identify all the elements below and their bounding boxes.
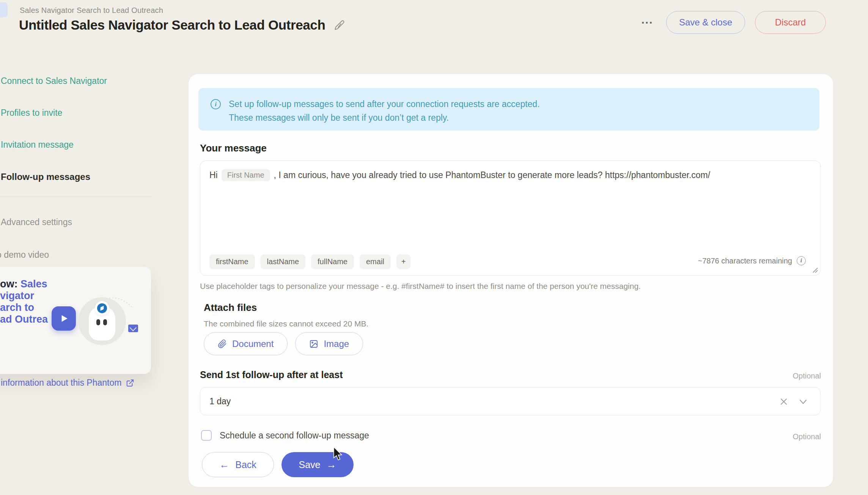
placeholder-tags-row: firstName lastName fullName email + [209, 254, 410, 269]
optional-badge: Optional [793, 372, 821, 380]
document-button-label: Document [232, 339, 274, 349]
ghost-eye [96, 319, 100, 325]
demo-video-card[interactable]: ow: Sales vigator arch to ad Outrea [0, 267, 151, 374]
followup-delay-select[interactable]: 1 day [200, 387, 821, 415]
discard-button[interactable]: Discard [755, 11, 826, 34]
video-card-title: ow: Sales vigator arch to ad Outrea [0, 278, 48, 325]
characters-info-icon[interactable]: i [797, 256, 806, 265]
attach-image-button[interactable]: Image [295, 332, 363, 355]
banner-line-2: These messages will only be sent if you … [229, 111, 540, 125]
play-icon [59, 314, 69, 323]
demo-video-label: o demo video [0, 250, 49, 260]
followup-delay-value: 1 day [209, 396, 231, 407]
page-title-row: Untitled Sales Navigator Search to Lead … [19, 17, 345, 33]
video-title-line: vigator [0, 290, 48, 302]
banner-line-1: Set up follow-up messages to send after … [229, 97, 540, 111]
video-title-line: ad Outrea [0, 314, 48, 325]
followup-settings-panel: i Set up follow-up messages to send afte… [189, 74, 833, 487]
characters-remaining: ~7876 characters remaining i [698, 256, 806, 265]
add-tag-button[interactable]: + [396, 254, 411, 269]
tag-email[interactable]: email [360, 254, 391, 269]
attach-files-note: The combined file sizes cannot exceed 20… [204, 319, 368, 328]
second-followup-label: Schedule a second follow-up message [220, 430, 369, 441]
sidebar-step-followup-active[interactable]: Follow-up messages [1, 172, 90, 182]
breadcrumb: Sales Navigator Search to Lead Outreach [20, 6, 163, 15]
video-title-line: Sales [20, 278, 47, 290]
external-link-icon [126, 379, 134, 387]
compass-badge-icon [95, 301, 109, 315]
message-textarea[interactable]: Hi First Name , I am curious, have you a… [200, 161, 821, 276]
play-video-button[interactable] [52, 306, 76, 331]
tag-lastname[interactable]: lastName [261, 254, 305, 269]
more-options-icon[interactable]: ... [638, 14, 656, 31]
mouse-cursor [332, 446, 346, 462]
chevron-down-icon[interactable] [798, 398, 808, 406]
tag-fullname[interactable]: fullName [311, 254, 354, 269]
info-banner: i Set up follow-up messages to send afte… [198, 88, 819, 131]
sidebar-step-profiles[interactable]: Profiles to invite [1, 108, 62, 118]
image-icon [309, 339, 318, 348]
save-and-close-button[interactable]: Save & close [666, 11, 745, 34]
save-button-label: Save [299, 459, 321, 470]
back-button-label: Back [235, 459, 256, 470]
tag-firstname[interactable]: firstName [209, 254, 255, 269]
first-name-placeholder-chip[interactable]: First Name [222, 169, 270, 181]
optional-badge: Optional [793, 432, 821, 441]
sidebar-step-invitation[interactable]: Invitation message [1, 140, 74, 150]
message-content: Hi First Name , I am curious, have you a… [209, 169, 710, 181]
video-title-prefix: ow: [0, 278, 18, 290]
more-info-label: information about this Phantom [1, 378, 121, 388]
back-button[interactable]: ← Back [202, 452, 274, 477]
attach-files-heading: Attach files [204, 302, 257, 314]
cropped-corner-artifact [0, 2, 8, 17]
back-arrow-icon: ← [219, 460, 229, 470]
placeholder-helper-text: Use placeholder tags to personalize your… [200, 282, 641, 291]
phantombuster-setup-page: { "header": { "breadcrumb": "Sales Navig… [0, 0, 868, 495]
edit-title-pencil-icon[interactable] [334, 20, 345, 30]
schedule-second-followup-checkbox[interactable] [201, 430, 212, 441]
first-followup-delay-label: Send 1st follow-up after at least [200, 369, 343, 380]
message-greeting: Hi [209, 170, 218, 180]
paperclip-icon [218, 339, 227, 348]
envelope-icon [128, 325, 138, 332]
your-message-heading: Your message [200, 142, 267, 154]
sidebar-step-connect[interactable]: Connect to Sales Navigator [1, 76, 107, 86]
banner-text: Set up follow-up messages to send after … [229, 97, 540, 125]
message-body: , I am curious, have you already tried t… [274, 170, 711, 180]
info-icon: i [211, 99, 221, 109]
page-title: Untitled Sales Navigator Search to Lead … [19, 17, 325, 33]
characters-remaining-label: ~7876 characters remaining [698, 257, 792, 265]
ghost-eye [103, 319, 107, 325]
image-button-label: Image [324, 339, 349, 349]
form-actions-row: ← Back Save → [202, 452, 354, 477]
clear-selection-icon[interactable] [779, 397, 788, 406]
header-actions: ... Save & close Discard [638, 11, 826, 34]
second-followup-row: Schedule a second follow-up message [201, 430, 369, 441]
attach-buttons-row: Document Image [204, 332, 363, 355]
sidebar-advanced-settings[interactable]: Advanced settings [1, 217, 72, 227]
attach-document-button[interactable]: Document [204, 332, 288, 355]
video-title-line: arch to [0, 302, 48, 314]
more-info-link[interactable]: information about this Phantom [1, 378, 134, 388]
sidebar-divider [0, 197, 152, 197]
resize-handle-icon[interactable] [811, 266, 818, 273]
